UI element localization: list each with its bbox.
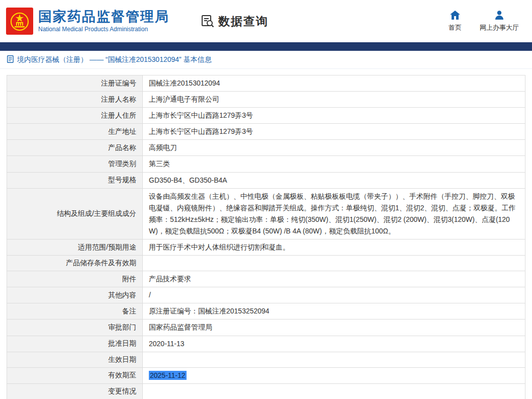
- row-value: GD350-B4、GD350-B4A: [143, 172, 525, 188]
- table-row: 产品名称高频电刀: [7, 140, 525, 156]
- table-row: 审批部门国家药品监督管理局: [7, 320, 525, 336]
- national-emblem-icon: [6, 8, 33, 35]
- row-label: 其他内容: [7, 287, 143, 303]
- row-value: 2020-11-13: [143, 336, 525, 352]
- table-row: 适用范围/预期用途用于医疗手术中对人体组织进行切割和凝血。: [7, 240, 525, 256]
- row-value: 国家药品监督管理局: [143, 320, 525, 336]
- row-value: [143, 383, 525, 399]
- row-label-text: 附件: [122, 275, 136, 283]
- row-value-text: 产品技术要求: [149, 275, 191, 283]
- registration-info-table: 注册证编号国械注准20153012094注册人名称上海沪通电子有限公司注册人住所…: [7, 75, 525, 399]
- row-label-text: 结构及组成/主要组成成分: [57, 209, 136, 217]
- row-label-text: 注册人住所: [101, 111, 136, 119]
- row-label-text: 产品储存条件及有效期: [66, 259, 136, 267]
- row-label: 产品名称: [7, 140, 143, 156]
- table-row: 生效日期: [7, 352, 525, 367]
- table-row: 结构及组成/主要组成成分设备由高频发生器（主机）、中性电极（金属极板、粘贴极板板…: [7, 188, 525, 239]
- org-title-block: 国家药品监督管理局 National Medical Products Admi…: [38, 10, 169, 33]
- row-value: 国械注准20153012094: [143, 75, 525, 92]
- row-label: 注册人名称: [7, 92, 143, 108]
- row-value-text: 上海市长宁区中山西路1279弄3号: [149, 111, 253, 119]
- table-row: 批准日期2020-11-13: [7, 336, 525, 352]
- nmpa-emblem-logo: [6, 8, 33, 35]
- row-label-text: 产品名称: [108, 143, 136, 151]
- nav-hall-label: 网上办事大厅: [480, 23, 519, 32]
- row-value: 上海沪通电子有限公司: [143, 92, 525, 108]
- row-label-text: 批准日期: [108, 339, 136, 347]
- row-label: 批准日期: [7, 336, 143, 352]
- row-label: 生效日期: [7, 352, 143, 367]
- row-label: 审批部门: [7, 320, 143, 336]
- row-label: 有效期至: [7, 367, 143, 383]
- row-value-text: 设备由高频发生器（主机）、中性电极（金属极板、粘贴极板板电缆（带夹子））、手术附…: [149, 192, 516, 235]
- row-label-text: 管理类别: [108, 159, 136, 168]
- row-label-text: 审批部门: [108, 323, 136, 331]
- table-row: 注册人住所上海市长宁区中山西路1279弄3号: [7, 108, 525, 124]
- row-value: 用于医疗手术中对人体组织进行切割和凝血。: [143, 240, 525, 256]
- row-label-text: 生效日期: [108, 355, 136, 363]
- nav-online-service-hall[interactable]: 网上办事大厅: [480, 11, 519, 32]
- row-value-text: 国械注准20153012094: [149, 79, 220, 87]
- row-label: 附件: [7, 271, 143, 287]
- document-search-icon: [201, 14, 215, 28]
- table-row: 变更情况: [7, 383, 525, 399]
- row-label-text: 其他内容: [108, 291, 136, 299]
- table-row: 备注原注册证编号：国械注准20153252094: [7, 303, 525, 320]
- row-value: [143, 256, 525, 271]
- row-label: 变更情况: [7, 383, 143, 399]
- table-row: 有效期至2025-11-12: [7, 367, 525, 383]
- row-label-text: 注册证编号: [101, 79, 136, 87]
- row-value-text: 国家药品监督管理局: [149, 323, 212, 331]
- table-row: 管理类别第三类: [7, 156, 525, 172]
- person-icon: [495, 11, 504, 21]
- org-name-en: National Medical Products Administration: [38, 26, 169, 33]
- row-label-text: 适用范围/预期用途: [78, 243, 136, 251]
- site-header: 国家药品监督管理局 National Medical Products Admi…: [0, 0, 532, 42]
- row-value: 产品技术要求: [143, 271, 525, 287]
- row-value-text: GD350-B4、GD350-B4A: [149, 176, 227, 184]
- row-value-text: 用于医疗手术中对人体组织进行切割和凝血。: [149, 243, 290, 251]
- table-row: 附件产品技术要求: [7, 271, 525, 287]
- row-label-text: 备注: [122, 307, 136, 315]
- row-value: /: [143, 287, 525, 303]
- row-value: 设备由高频发生器（主机）、中性电极（金属极板、粘贴极板板电缆（带夹子））、手术附…: [143, 188, 525, 239]
- row-label-text: 有效期至: [108, 371, 136, 379]
- row-label-text: 变更情况: [108, 387, 136, 395]
- row-label: 生产地址: [7, 124, 143, 140]
- table-row: 注册证编号国械注准20153012094: [7, 75, 525, 92]
- row-value-text: 2020-11-13: [149, 340, 185, 348]
- row-value: 上海市长宁区中山西路1279弄3号: [143, 108, 525, 124]
- table-row: 生产地址上海市长宁区中山西路1279弄3号: [7, 124, 525, 140]
- document-icon: [7, 55, 14, 64]
- org-name-cn: 国家药品监督管理局: [38, 10, 169, 25]
- selected-value: 2025-11-12: [149, 371, 187, 380]
- row-label: 型号规格: [7, 172, 143, 188]
- row-value-text: 原注册证编号：国械注准20153252094: [149, 307, 270, 315]
- data-query-label: 数据查询: [218, 14, 269, 29]
- breadcrumb: 境内医疗器械（注册） —— “国械注准20153012094” 基本信息: [0, 51, 532, 69]
- row-value-text: 上海沪通电子有限公司: [149, 95, 219, 103]
- top-nav: 首页 网上办事大厅: [449, 11, 526, 32]
- table-row: 产品储存条件及有效期: [7, 256, 525, 271]
- breadcrumb-text: 境内医疗器械（注册） —— “国械注准20153012094” 基本信息: [17, 55, 212, 64]
- nav-home-label: 首页: [449, 23, 462, 32]
- row-value: [143, 352, 525, 367]
- row-label: 注册人住所: [7, 108, 143, 124]
- row-value-text: 上海市长宁区中山西路1279弄3号: [149, 127, 253, 135]
- table-row: 型号规格GD350-B4、GD350-B4A: [7, 172, 525, 188]
- table-row: 其他内容/: [7, 287, 525, 303]
- table-row: 注册人名称上海沪通电子有限公司: [7, 92, 525, 108]
- row-label-text: 注册人名称: [101, 95, 136, 103]
- primary-nav-bar: [0, 42, 532, 51]
- row-label: 结构及组成/主要组成成分: [7, 188, 143, 239]
- row-label: 管理类别: [7, 156, 143, 172]
- row-label-text: 型号规格: [108, 176, 136, 184]
- nav-home[interactable]: 首页: [449, 11, 462, 32]
- row-label: 注册证编号: [7, 75, 143, 92]
- row-value: 上海市长宁区中山西路1279弄3号: [143, 124, 525, 140]
- row-value: 高频电刀: [143, 140, 525, 156]
- row-value: 第三类: [143, 156, 525, 172]
- row-label: 备注: [7, 303, 143, 320]
- row-value-text: /: [149, 291, 151, 299]
- row-label-text: 生产地址: [108, 127, 136, 135]
